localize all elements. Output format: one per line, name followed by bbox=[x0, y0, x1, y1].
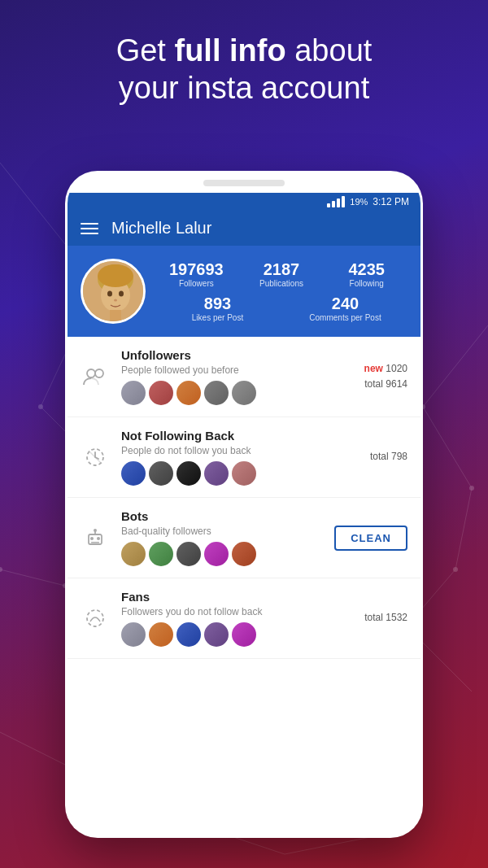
time-display: 3:12 PM bbox=[373, 196, 409, 207]
following-value: 4235 bbox=[325, 260, 407, 279]
avatar bbox=[81, 259, 146, 324]
list-item[interactable]: Not Following Back People do not follow … bbox=[68, 417, 420, 498]
signal-icon bbox=[327, 196, 345, 207]
not-following-avatars bbox=[121, 461, 359, 486]
mini-avatar bbox=[176, 461, 201, 486]
clean-button-container: CLEAN bbox=[334, 526, 407, 551]
bots-icon bbox=[81, 523, 110, 552]
badge-new-label: new bbox=[364, 363, 383, 374]
svg-point-50 bbox=[87, 610, 103, 626]
fans-title: Fans bbox=[121, 590, 353, 604]
phone-notch bbox=[203, 180, 285, 186]
clean-button[interactable]: CLEAN bbox=[334, 526, 407, 551]
mini-avatar bbox=[149, 461, 173, 486]
svg-rect-47 bbox=[91, 542, 99, 543]
fans-avatars bbox=[121, 622, 353, 647]
mini-avatar bbox=[232, 381, 256, 405]
likes-per-post-label: Likes per Post bbox=[155, 313, 280, 322]
stat-comments-per-post: 240 Comments per Post bbox=[283, 294, 407, 322]
comments-per-post-value: 240 bbox=[283, 294, 407, 313]
mini-avatar bbox=[121, 461, 146, 486]
followers-label: Followers bbox=[155, 279, 237, 288]
fans-icon bbox=[81, 604, 110, 633]
stat-publications: 2187 Publications bbox=[241, 260, 323, 288]
hero-title: Get full info about your insta account bbox=[24, 33, 464, 107]
not-following-content: Not Following Back People do not follow … bbox=[121, 429, 359, 486]
svg-point-30 bbox=[469, 486, 474, 491]
hero-line1: Get full info about bbox=[116, 33, 373, 68]
phone-mockup: 19% 3:12 PM Michelle Lalur bbox=[65, 171, 423, 838]
unfollowers-subtitle: People followed you before bbox=[121, 364, 353, 376]
publications-label: Publications bbox=[241, 279, 323, 288]
mini-avatar bbox=[176, 622, 201, 647]
unfollowers-title: Unfollowers bbox=[121, 348, 353, 362]
bots-subtitle: Bad-quality followers bbox=[121, 526, 323, 537]
svg-line-13 bbox=[423, 407, 472, 488]
stats-bottom-row: 893 Likes per Post 240 Comments per Post bbox=[155, 294, 407, 322]
mini-avatar bbox=[204, 381, 229, 405]
mini-avatar bbox=[204, 461, 229, 486]
mini-avatar bbox=[176, 542, 201, 566]
svg-point-49 bbox=[94, 529, 97, 532]
unfollowers-icon bbox=[81, 362, 110, 391]
mini-avatar bbox=[149, 622, 173, 647]
mini-avatar bbox=[121, 381, 146, 405]
stat-likes-per-post: 893 Likes per Post bbox=[155, 294, 280, 322]
mini-avatar bbox=[204, 542, 229, 566]
publications-value: 2187 bbox=[241, 260, 323, 279]
badge-total-value: 9614 bbox=[386, 378, 407, 390]
badge-new-value: 1020 bbox=[386, 363, 407, 374]
not-following-title: Not Following Back bbox=[121, 429, 359, 443]
svg-line-15 bbox=[0, 569, 65, 586]
svg-point-36 bbox=[98, 264, 133, 287]
svg-point-38 bbox=[119, 291, 124, 297]
status-bar: 19% 3:12 PM bbox=[68, 193, 420, 211]
battery-indicator: 19% bbox=[350, 197, 368, 207]
unfollowers-content: Unfollowers People followed you before bbox=[121, 348, 353, 405]
unfollowers-badge: new 1020 total 9614 bbox=[364, 361, 407, 392]
not-following-icon bbox=[81, 443, 110, 472]
badge-total-value: 798 bbox=[391, 451, 407, 462]
bots-title: Bots bbox=[121, 509, 323, 523]
hero-bold: full info bbox=[174, 33, 285, 68]
svg-point-39 bbox=[114, 299, 117, 302]
svg-rect-40 bbox=[110, 310, 121, 324]
stats-container: 197693 Followers 2187 Publications 4235 … bbox=[155, 260, 407, 322]
mini-avatar bbox=[149, 542, 173, 566]
menu-button[interactable] bbox=[81, 223, 98, 234]
badge-total-label: total bbox=[370, 451, 389, 462]
badge-total-label: total bbox=[364, 378, 383, 390]
list-item[interactable]: Bots Bad-quality followers CLEAN bbox=[68, 498, 420, 578]
app-bar-title: Michelle Lalur bbox=[111, 219, 211, 238]
mini-avatar bbox=[176, 381, 201, 405]
badge-total-value: 1532 bbox=[386, 612, 407, 623]
svg-point-37 bbox=[107, 291, 112, 297]
svg-point-29 bbox=[453, 567, 458, 572]
svg-line-14 bbox=[423, 325, 488, 407]
hero-section: Get full info about your insta account bbox=[0, 33, 488, 107]
mini-avatar bbox=[232, 622, 256, 647]
badge-total-label: total bbox=[364, 612, 383, 623]
list-item[interactable]: Fans Followers you do not follow back to… bbox=[68, 578, 420, 659]
svg-point-46 bbox=[97, 537, 100, 540]
stats-top-row: 197693 Followers 2187 Publications 4235 … bbox=[155, 260, 407, 288]
not-following-subtitle: People do not follow you back bbox=[121, 445, 359, 456]
likes-per-post-value: 893 bbox=[155, 294, 280, 313]
unfollowers-avatars bbox=[121, 381, 353, 405]
stat-followers: 197693 Followers bbox=[155, 260, 237, 288]
fans-badge: total 1532 bbox=[364, 610, 407, 626]
fans-subtitle: Followers you do not follow back bbox=[121, 606, 353, 617]
stat-following: 4235 Following bbox=[325, 260, 407, 288]
mini-avatar bbox=[204, 622, 229, 647]
hero-line2: your insta account bbox=[119, 71, 369, 105]
followers-value: 197693 bbox=[155, 260, 237, 279]
mini-avatar bbox=[121, 542, 146, 566]
svg-point-32 bbox=[0, 567, 2, 572]
following-label: Following bbox=[325, 279, 407, 288]
bots-content: Bots Bad-quality followers bbox=[121, 509, 323, 566]
svg-point-21 bbox=[38, 404, 43, 409]
list-item[interactable]: Unfollowers People followed you before n… bbox=[68, 337, 420, 417]
svg-point-45 bbox=[90, 537, 94, 540]
mini-avatar bbox=[121, 622, 146, 647]
mini-avatar bbox=[232, 461, 256, 486]
